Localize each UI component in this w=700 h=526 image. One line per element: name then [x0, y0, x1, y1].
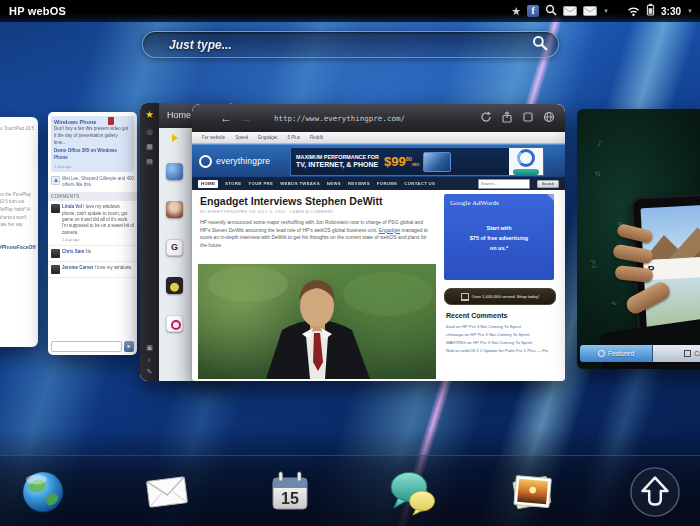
commenter-name[interactable]: Jerome Carver — [62, 265, 94, 270]
ad-headline-1: MAXIMUM PERFORMANCE FOR — [296, 154, 379, 161]
card-web-browser[interactable]: ← → http://www.everythingpre.com/ For we… — [192, 104, 565, 381]
recent-comment-link[interactable]: brad on HP Pre 3 Not Coming To Sprint — [446, 323, 556, 331]
facebook-post[interactable]: Windows Phone Don't buy a fan this prese… — [51, 116, 134, 172]
banner-ad[interactable]: MAXIMUM PERFORMANCE FOR TV, INTERNET, & … — [290, 147, 544, 176]
record-icon[interactable]: ◎ — [146, 128, 152, 135]
edit-icon[interactable]: ✎ — [147, 368, 153, 375]
site-nav-contact[interactable]: CONTACT US — [404, 181, 435, 186]
adwords-ad[interactable]: Google AdWords Start with $75 of free ad… — [444, 194, 554, 280]
article-paragraph: HP recently announced some major reshuff… — [200, 219, 432, 249]
wifi-icon — [627, 2, 640, 20]
article-inline-link[interactable]: Engadget — [379, 227, 400, 233]
search-icon — [532, 35, 548, 55]
bookmark-link[interactable]: Engadget — [258, 135, 277, 140]
recent-comment-link[interactable]: chewaga on HP Pre 3 Not Coming To Sprint — [446, 331, 556, 339]
bookmark-link[interactable]: For website — [202, 135, 225, 140]
tab-categories[interactable]: Categories — [653, 345, 700, 362]
launcher-button[interactable] — [628, 465, 682, 519]
reload-icon[interactable] — [480, 109, 492, 127]
ad-cta-pill — [513, 169, 539, 175]
comment-text: No — [86, 249, 92, 254]
grid-icon[interactable]: ▦ — [146, 143, 153, 150]
tab-featured[interactable]: Featured — [580, 345, 653, 362]
comment-timestamp: 1 day ago — [62, 237, 134, 242]
globe-icon[interactable] — [543, 109, 555, 127]
recent-comment-link[interactable]: MARTING on HP Pre 3 Not Coming To Sprint — [446, 339, 556, 347]
contact-photo-thumbnail[interactable] — [166, 201, 183, 218]
url-field[interactable]: http://www.everythingpre.com/ — [274, 114, 405, 123]
system-menu-icon[interactable]: ▼ — [687, 8, 693, 14]
dark-app-icon[interactable] — [166, 277, 183, 294]
recent-comments-title: Recent Comments — [446, 312, 507, 319]
site-nav-tweaks[interactable]: WEBOS TWEAKS — [280, 181, 320, 186]
browser-toolbar: ← → http://www.everythingpre.com/ — [192, 104, 565, 132]
back-button[interactable]: ← — [220, 112, 232, 124]
search-notification-icon[interactable] — [545, 2, 557, 20]
mail-notification-icon[interactable] — [563, 2, 577, 20]
article-title[interactable]: Engadget Interviews Stephen DeWitt — [200, 195, 383, 207]
chalk-doodle: π — [594, 169, 601, 179]
email-app-icon[interactable] — [140, 465, 194, 519]
notifications-expand-icon[interactable]: ▼ — [603, 8, 609, 14]
webos-card-view: HP webOS ★ f ▼ 3:30 ▼ Ju — [0, 0, 700, 526]
share-icon[interactable] — [501, 109, 513, 127]
recent-comment-link[interactable]: Rob on webOS 2.2 Update for Palm Pre 2 P… — [446, 347, 556, 355]
categories-icon — [684, 350, 691, 357]
bookmark-ribbon-icon — [108, 117, 114, 125]
calendar-app-icon[interactable]: 15 — [263, 465, 317, 519]
notification-star-icon[interactable]: ★ — [511, 6, 521, 17]
messaging-app-icon[interactable] — [385, 465, 439, 519]
magenta-ring-app-icon[interactable] — [166, 315, 183, 332]
ad-brand-area — [509, 148, 543, 175]
comment-item[interactable]: Linda Vol I love my windows phone, can't… — [48, 201, 137, 245]
site-nav-bar: HOME STORE YOUR PRE WEBOS TWEAKS NEWS RE… — [192, 177, 565, 190]
site-logo[interactable]: everythingpre — [199, 155, 270, 168]
commenter-name[interactable]: Chris Sam — [62, 249, 84, 254]
comment-input[interactable] — [51, 341, 122, 352]
page-icon[interactable]: ▤ — [146, 158, 153, 165]
bookmark-link[interactable]: Speed — [235, 135, 248, 140]
just-type-search-bar[interactable]: Just type... — [142, 31, 559, 58]
site-search-button[interactable]: Search — [537, 180, 559, 188]
bookmark-link[interactable]: 5 Plus — [288, 135, 301, 140]
sidebar-icon-rail: ★ ◎ ▦ ▤ ▣ ⌕ ✎ — [140, 103, 159, 381]
site-nav-forums[interactable]: FORUMS — [377, 181, 397, 186]
site-header: everythingpre MAXIMUM PERFORMANCE FOR TV… — [192, 144, 565, 177]
yellow-arrow-icon[interactable] — [172, 134, 178, 142]
post-title-link[interactable]: Windows Phone — [54, 119, 131, 125]
served-banner-button[interactable]: Over 1,000,000 served. Shop today! — [444, 288, 556, 305]
facebook-notification-icon[interactable]: f — [527, 5, 539, 17]
card-facebook-app[interactable]: Windows Phone Don't buy a fan this prese… — [48, 112, 137, 355]
site-search-input[interactable] — [478, 179, 530, 189]
site-nav-reviews[interactable]: REVIEWS — [348, 181, 370, 186]
peek-hashtag-link[interactable]: #PhoneFaceOff — [0, 243, 35, 252]
commenter-name[interactable]: Linda Vol — [62, 204, 82, 209]
card-peek-left[interactable]: to TouchPad 10.5 on the PurePlay 10.5 tu… — [0, 117, 38, 347]
g-app-icon[interactable]: G — [166, 239, 183, 256]
blue-app-icon[interactable] — [166, 163, 183, 180]
web-browser-app-icon[interactable] — [16, 465, 70, 519]
comments-header: COMMENTS — [48, 192, 137, 201]
site-nav-store[interactable]: STORE — [225, 181, 241, 186]
site-nav-news[interactable]: NEWS — [327, 181, 341, 186]
article-sidebar: Google AdWords Start with $75 of free ad… — [444, 190, 558, 381]
new-card-icon[interactable] — [522, 109, 534, 127]
hand-finger — [614, 265, 653, 283]
magnifier-icon[interactable]: ⌕ — [148, 356, 152, 363]
ad-headline-2: TV, INTERNET, & PHONE — [296, 161, 379, 170]
clock-label: 3:30 — [661, 6, 681, 17]
comment-item[interactable]: Chris Sam No — [48, 246, 137, 262]
camera-icon[interactable]: ▣ — [146, 344, 153, 351]
forward-button[interactable]: → — [240, 112, 252, 124]
launch-dock: 15 — [0, 455, 700, 526]
favorites-star-icon[interactable]: ★ — [145, 110, 154, 120]
photos-app-icon[interactable] — [505, 465, 559, 519]
site-nav-home[interactable]: HOME — [198, 180, 218, 188]
mail-notification-icon-2[interactable] — [583, 2, 597, 20]
comment-item[interactable]: Jerome Carver I love my windows — [48, 262, 137, 278]
site-nav-yourpre[interactable]: YOUR PRE — [248, 181, 273, 186]
post-link[interactable]: Demo Office 365 on Windows Phone — [54, 148, 131, 162]
card-app-catalog[interactable]: π ∞ ∑ ≈ ♪ P Featured — [577, 109, 700, 369]
comment-send-button[interactable]: ▸ — [124, 341, 134, 352]
bookmark-link[interactable]: Reddit — [310, 135, 323, 140]
